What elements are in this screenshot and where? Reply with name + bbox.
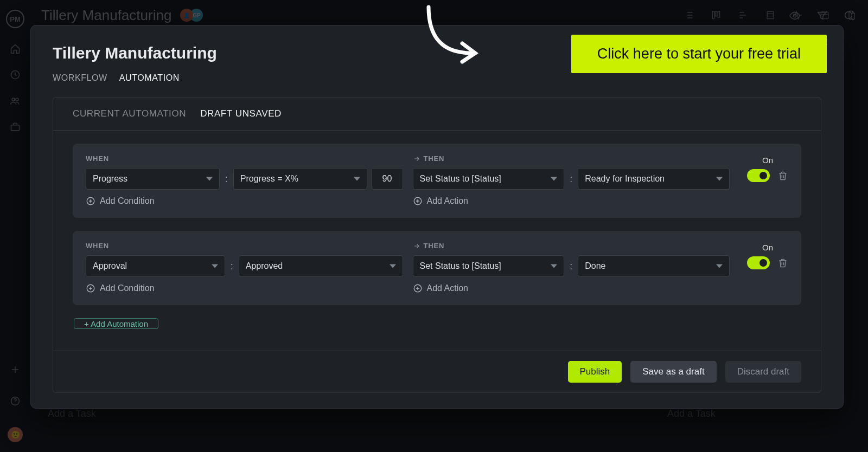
help-icon bbox=[10, 396, 21, 406]
when-operator-select[interactable]: Approved bbox=[239, 255, 403, 277]
trash-icon[interactable] bbox=[777, 170, 788, 182]
add-condition-button[interactable]: Add Condition bbox=[86, 196, 403, 206]
enable-toggle[interactable] bbox=[747, 256, 770, 269]
avatar-1: 👤 bbox=[180, 9, 193, 22]
plus-circle-icon bbox=[86, 196, 95, 206]
svg-point-11 bbox=[845, 12, 852, 19]
separator: : bbox=[569, 173, 573, 185]
bg-add-task-right: Add a Task bbox=[667, 408, 716, 419]
panel-body: WHEN Progress : Progress = X% bbox=[53, 131, 821, 351]
add-automation-button[interactable]: + Add Automation bbox=[74, 318, 158, 329]
chevron-down-icon bbox=[212, 263, 218, 269]
when-value-input[interactable] bbox=[372, 168, 403, 190]
svg-rect-9 bbox=[821, 12, 828, 18]
app-sidebar: PM 🙂 bbox=[0, 0, 30, 452]
then-label: THEN bbox=[413, 154, 730, 163]
add-action-button[interactable]: Add Action bbox=[413, 196, 730, 206]
add-action-label: Add Action bbox=[427, 283, 469, 293]
add-condition-button[interactable]: Add Condition bbox=[86, 283, 403, 293]
add-action-label: Add Action bbox=[427, 196, 469, 206]
gantt-icon bbox=[738, 10, 749, 21]
add-condition-label: Add Condition bbox=[100, 196, 155, 206]
svg-point-2 bbox=[16, 98, 18, 101]
toggle-label: On bbox=[762, 243, 773, 252]
when-field-value: Approval bbox=[93, 261, 127, 271]
arrow-right-icon bbox=[413, 242, 420, 250]
discard-draft-button[interactable]: Discard draft bbox=[725, 361, 801, 383]
svg-rect-5 bbox=[712, 11, 714, 18]
chevron-down-icon bbox=[716, 263, 723, 269]
chevron-down-icon bbox=[551, 176, 557, 182]
panel-tab-current[interactable]: CURRENT AUTOMATION bbox=[73, 108, 186, 119]
briefcase-icon bbox=[10, 121, 21, 132]
add-action-button[interactable]: Add Action bbox=[413, 283, 730, 293]
svg-rect-7 bbox=[718, 11, 719, 17]
team-icon bbox=[10, 95, 21, 106]
toolbar-center-icons bbox=[684, 10, 857, 21]
svg-rect-6 bbox=[715, 11, 717, 16]
then-column: THEN Set Status to [Status] : Done bbox=[413, 242, 730, 293]
eye-icon bbox=[789, 10, 801, 22]
when-field-select[interactable]: Progress bbox=[86, 168, 220, 190]
when-field-value: Progress bbox=[93, 174, 127, 184]
free-trial-cta[interactable]: Click here to start your free trial bbox=[571, 35, 827, 73]
chevron-down-icon bbox=[206, 176, 213, 182]
then-action-select[interactable]: Set Status to [Status] bbox=[413, 168, 565, 190]
home-icon bbox=[10, 43, 21, 54]
search-icon bbox=[843, 10, 855, 22]
when-operator-select[interactable]: Progress = X% bbox=[233, 168, 367, 190]
automation-controls: On bbox=[747, 242, 788, 269]
plus-icon bbox=[10, 364, 21, 375]
svg-rect-8 bbox=[767, 11, 774, 18]
when-operator-value: Progress = X% bbox=[240, 174, 298, 184]
separator: : bbox=[224, 173, 229, 185]
save-draft-button[interactable]: Save as a draft bbox=[630, 361, 716, 383]
tab-workflow[interactable]: WORKFLOW bbox=[53, 73, 107, 83]
app-title: Tillery Manufacturing bbox=[41, 7, 171, 24]
then-value-value: Done bbox=[585, 261, 605, 271]
plus-circle-icon bbox=[86, 283, 95, 293]
then-column: THEN Set Status to [Status] : Ready for … bbox=[413, 154, 730, 206]
then-action-select[interactable]: Set Status to [Status] bbox=[413, 255, 565, 277]
filter-icon bbox=[816, 10, 828, 22]
panel-tabs: CURRENT AUTOMATION DRAFT UNSAVED bbox=[53, 98, 821, 131]
when-column: WHEN Progress : Progress = X% bbox=[86, 154, 403, 206]
chevron-down-icon bbox=[390, 263, 396, 269]
when-label: WHEN bbox=[86, 154, 403, 163]
then-label: THEN bbox=[413, 242, 730, 250]
separator: : bbox=[569, 261, 573, 272]
file-icon bbox=[846, 10, 857, 21]
when-label: WHEN bbox=[86, 242, 403, 250]
automation-modal: Tillery Manufacturing WORKFLOW AUTOMATIO… bbox=[30, 25, 844, 409]
chevron-down-icon bbox=[551, 263, 557, 269]
user-avatar: 🙂 bbox=[8, 427, 23, 442]
calendar-icon bbox=[819, 10, 830, 21]
arrow-right-icon bbox=[413, 155, 420, 163]
publish-button[interactable]: Publish bbox=[568, 361, 622, 383]
chevron-down-icon bbox=[354, 176, 360, 182]
then-value-select[interactable]: Done bbox=[578, 255, 730, 277]
board-icon bbox=[711, 10, 722, 21]
avatar-2: GP bbox=[190, 9, 203, 22]
chevron-down-icon bbox=[716, 176, 723, 182]
list-icon bbox=[684, 10, 694, 21]
then-action-value: Set Status to [Status] bbox=[420, 174, 501, 184]
automation-card: WHEN Approval : Approved bbox=[73, 231, 801, 305]
automation-panel: CURRENT AUTOMATION DRAFT UNSAVED WHEN Pr… bbox=[53, 97, 821, 393]
panel-footer: Publish Save as a draft Discard draft bbox=[53, 351, 821, 392]
then-value-select[interactable]: Ready for Inspection bbox=[578, 168, 730, 190]
svg-point-4 bbox=[11, 397, 20, 405]
then-action-value: Set Status to [Status] bbox=[420, 261, 501, 271]
when-field-select[interactable]: Approval bbox=[86, 255, 225, 277]
clock-icon bbox=[10, 69, 21, 80]
plus-circle-icon bbox=[413, 196, 423, 206]
trash-icon[interactable] bbox=[777, 257, 788, 269]
tab-automation[interactable]: AUTOMATION bbox=[119, 73, 180, 83]
toolbar-right-icons bbox=[789, 10, 855, 22]
panel-tab-draft[interactable]: DRAFT UNSAVED bbox=[200, 108, 282, 119]
svg-point-10 bbox=[793, 14, 796, 17]
enable-toggle[interactable] bbox=[747, 169, 770, 182]
sheet-icon bbox=[765, 10, 776, 21]
pm-logo: PM bbox=[6, 10, 24, 28]
toggle-label: On bbox=[762, 156, 773, 165]
